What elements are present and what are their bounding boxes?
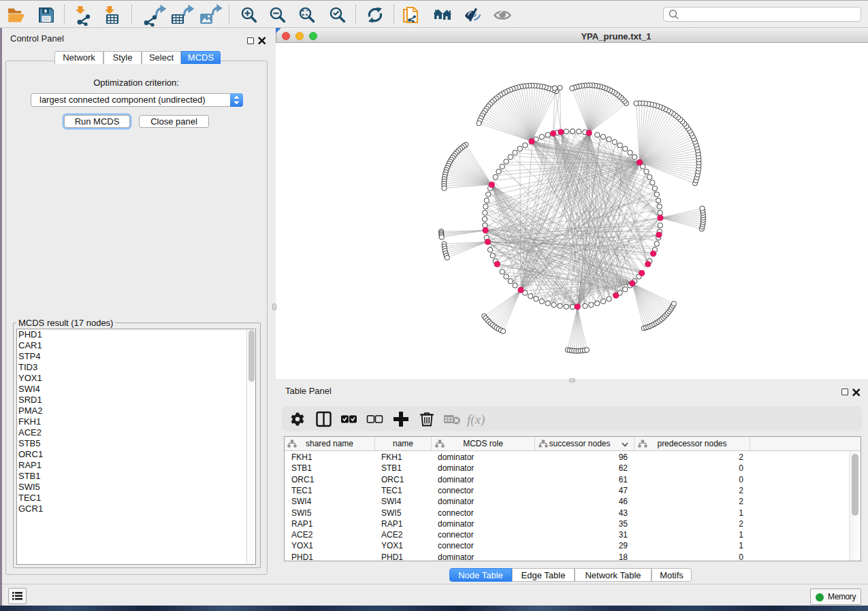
svg-text:f(x): f(x) xyxy=(467,412,485,427)
